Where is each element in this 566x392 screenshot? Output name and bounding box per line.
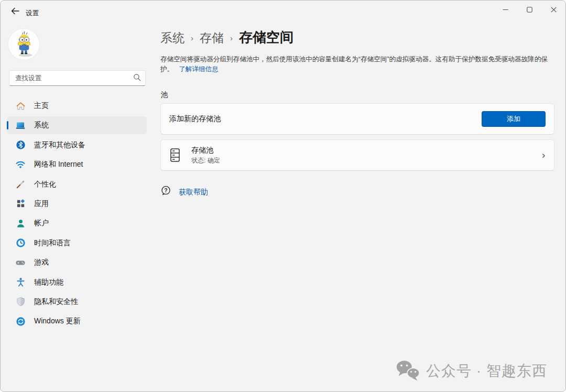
section-label-pool: 池 [161,90,168,100]
update-icon [15,316,26,326]
add-pool-card: 添加新的存储池 添加 [160,103,554,135]
home-icon [15,101,26,111]
help-icon: ? [160,185,172,199]
minimize-button[interactable] [493,1,517,19]
breadcrumb-storage[interactable]: 存储 [200,30,224,46]
sidebar-item-label: 网络和 Internet [34,160,83,169]
caption-buttons [493,1,565,19]
shield-icon [15,297,26,307]
breadcrumb: 系统 › 存储 › 存储空间 [160,28,293,47]
accessibility-icon [15,277,26,288]
pool-text: 存储池 状态: 确定 [191,146,541,165]
paintbrush-icon [15,179,26,190]
wifi-icon [15,159,26,170]
get-help-link[interactable]: 获取帮助 [179,188,208,197]
sidebar-item-label: 辅助功能 [34,278,63,287]
maximize-button[interactable] [517,1,541,19]
chevron-right-icon[interactable]: › [541,149,546,161]
pool-status: 状态: 确定 [191,156,541,165]
sidebar-item-bluetooth[interactable]: 蓝牙和其他设备 [7,136,147,154]
storage-pool-icon [169,148,181,162]
learn-more-link[interactable]: 了解详细信息 [179,66,219,73]
sidebar-item-personalization[interactable]: 个性化 [7,176,147,193]
watermark: 公众号 · 智趣东西 [395,359,547,383]
bluetooth-icon [15,140,26,150]
maximize-icon [527,5,532,15]
search-box [9,70,146,86]
search-input[interactable] [15,74,133,82]
sidebar-item-label: 隐私和安全性 [34,297,78,307]
sidebar-item-label: 系统 [34,121,49,130]
sidebar-item-time-language[interactable]: 时间和语言 [7,234,147,252]
app-title: 设置 [26,9,39,18]
sidebar-item-privacy[interactable]: 隐私和安全性 [7,293,147,311]
minimize-icon [503,5,508,15]
page-description: 存储空间将驱动器分组到存储池中，然后使用该池中的容量创建名为“存储空间”的虚拟驱… [160,55,556,74]
sidebar-item-label: 蓝牙和其他设备 [34,140,85,150]
close-icon [551,5,557,15]
apps-icon [15,199,26,209]
person-icon [15,218,26,228]
add-button[interactable]: 添加 [482,111,546,127]
sidebar-item-home[interactable]: 主页 [7,97,147,115]
breadcrumb-system[interactable]: 系统 [160,30,184,46]
arrow-left-icon [11,7,19,17]
pool-title: 存储池 [191,146,541,155]
sidebar-item-label: 应用 [34,199,49,209]
sidebar-item-accessibility[interactable]: 辅助功能 [7,274,147,291]
sidebar-item-label: Windows 更新 [34,317,81,326]
settings-window: 设置 [0,0,566,392]
search-icon [133,73,141,83]
clock-icon [15,238,26,248]
add-pool-label: 添加新的存储池 [169,114,482,124]
sidebar-item-label: 个性化 [34,180,56,189]
wechat-icon [395,359,421,383]
breadcrumb-separator: › [224,34,239,42]
sidebar-item-accounts[interactable]: 帐户 [7,214,147,232]
sidebar-item-gaming[interactable]: 游戏 [7,254,147,271]
sidebar-item-system[interactable]: 系统 [7,116,147,134]
watermark-text: 公众号 · 智趣东西 [426,361,547,381]
breadcrumb-separator: › [184,34,200,42]
close-button[interactable] [541,1,565,19]
sidebar-item-network[interactable]: 网络和 Internet [7,156,147,173]
sidebar-item-apps[interactable]: 应用 [7,195,147,213]
user-avatar [8,29,39,60]
minion-avatar-image [8,29,39,60]
get-help-row[interactable]: ? 获取帮助 [160,185,208,199]
svg-text:?: ? [164,187,167,193]
page-title: 存储空间 [239,28,293,47]
sidebar-item-label: 时间和语言 [34,238,71,248]
sidebar-item-windows-update[interactable]: Windows 更新 [7,312,147,330]
system-icon [15,120,26,130]
sidebar-nav: 主页 系统 蓝牙和其他设备 网络和 Internet 个性化 [7,97,147,332]
storage-pool-row[interactable]: 存储池 状态: 确定 › [160,139,554,171]
back-button[interactable] [6,4,25,20]
titlebar: 设置 [1,1,565,24]
gamepad-icon [15,257,26,268]
sidebar-item-label: 帐户 [34,219,49,228]
sidebar-item-label: 主页 [34,101,49,111]
sidebar-item-label: 游戏 [34,258,49,267]
